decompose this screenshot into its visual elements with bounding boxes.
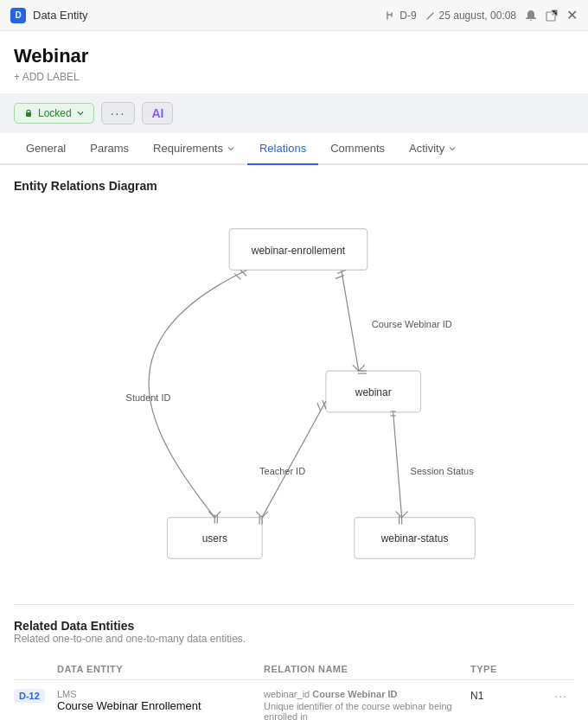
label-teacher-id: Teacher ID	[259, 466, 305, 476]
related-data-section: Related Data Entities Related one-to-one…	[14, 604, 574, 720]
titlebar-title: Data Entity	[33, 9, 88, 22]
col-relation: RELATION NAME	[264, 664, 470, 674]
notification-icon[interactable]	[525, 10, 537, 22]
pencil-icon	[425, 10, 436, 21]
row-entity-cell: LMS Course Webinar Enrollement	[57, 689, 264, 712]
main-content: Entity Relations Diagram webinar-enrolle…	[0, 165, 588, 720]
relation-id: webinar_id Course Webinar ID	[264, 689, 463, 699]
row-actions[interactable]: ···	[540, 689, 574, 703]
chevron-down-icon	[448, 144, 457, 153]
locked-label: Locked	[38, 107, 72, 119]
svg-line-8	[208, 512, 214, 518]
col-type: TYPE	[470, 664, 540, 674]
ai-label: AI	[151, 106, 163, 120]
svg-line-17	[317, 403, 321, 411]
svg-rect-1	[26, 112, 31, 117]
tab-comments[interactable]: Comments	[318, 133, 397, 165]
svg-line-3	[359, 365, 365, 371]
svg-line-21	[402, 512, 408, 518]
related-title: Related Data Entities	[14, 619, 574, 633]
node-label-users: users	[202, 532, 227, 545]
row-type-cell: N1	[470, 689, 540, 702]
chevron-down-icon	[76, 109, 85, 118]
node-label-webinar: webinar	[355, 386, 392, 398]
external-icon[interactable]	[546, 10, 558, 22]
row-id-cell: D-12	[14, 689, 57, 703]
relation-line-webinar-users	[262, 401, 326, 518]
app-icon: D	[10, 8, 26, 23]
related-subtitle: Related one-to-one and one-to-many data …	[14, 633, 574, 645]
row-relation-cell: webinar_id Course Webinar ID Unique iden…	[264, 689, 470, 720]
page-title: Webinar	[14, 45, 574, 67]
label-student-id: Student ID	[126, 392, 171, 403]
tab-activity[interactable]: Activity	[397, 133, 469, 165]
add-label-button[interactable]: + ADD LABEL	[14, 71, 80, 83]
node-label-webinar-status: webinar-status	[380, 532, 449, 545]
tab-params[interactable]: Params	[78, 133, 141, 165]
row-id-badge[interactable]: D-12	[14, 689, 45, 703]
relation-desc: Unique identifier of the course webinar …	[264, 701, 463, 720]
diagram-title: Entity Relations Diagram	[14, 179, 574, 193]
col-id	[14, 664, 57, 674]
relation-line-webinar-status	[393, 412, 402, 518]
col-entity: DATA ENTITY	[57, 664, 264, 674]
branch-info: D-9	[386, 10, 416, 22]
tab-relations[interactable]: Relations	[247, 133, 318, 165]
tab-requirements[interactable]: Requirements	[141, 133, 247, 165]
table-header: DATA ENTITY RELATION NAME TYPE	[14, 659, 574, 680]
titlebar-right: D-9 25 august, 00:08 ✕	[386, 7, 578, 23]
entity-relations-diagram: webinar-enrollement webinar users webina…	[14, 207, 574, 587]
branch-icon	[386, 10, 396, 21]
table-row: D-12 LMS Course Webinar Enrollement webi…	[14, 680, 574, 720]
locked-button[interactable]: Locked	[14, 103, 94, 124]
label-session-status: Session Status	[411, 466, 475, 476]
lock-icon	[23, 108, 34, 118]
tab-general[interactable]: General	[14, 133, 78, 165]
toolbar: Locked ··· AI	[0, 93, 588, 133]
titlebar-left: D Data Entity	[10, 8, 88, 23]
ai-button[interactable]: AI	[142, 102, 173, 124]
page-header: Webinar + ADD LABEL	[0, 31, 588, 86]
label-course-webinar-id: Course Webinar ID	[372, 319, 452, 329]
entity-name[interactable]: Course Webinar Enrollement	[57, 699, 257, 712]
diagram-svg: webinar-enrollement webinar users webina…	[14, 207, 574, 587]
titlebar: D Data Entity D-9 25 august, 00:08	[0, 0, 588, 31]
chevron-down-icon	[227, 144, 235, 153]
date-info: 25 august, 00:08	[425, 10, 516, 22]
type-badge: N1	[470, 690, 483, 702]
node-label-webinar-enrollement: webinar-enrollement	[251, 245, 346, 257]
tab-bar: General Params Requirements Relations Co…	[0, 133, 588, 165]
close-icon[interactable]: ✕	[566, 7, 578, 23]
relation-line-enrollment-webinar	[342, 270, 359, 371]
entity-category: LMS	[57, 689, 257, 699]
col-actions	[540, 664, 574, 674]
more-options-button[interactable]: ···	[101, 102, 136, 124]
